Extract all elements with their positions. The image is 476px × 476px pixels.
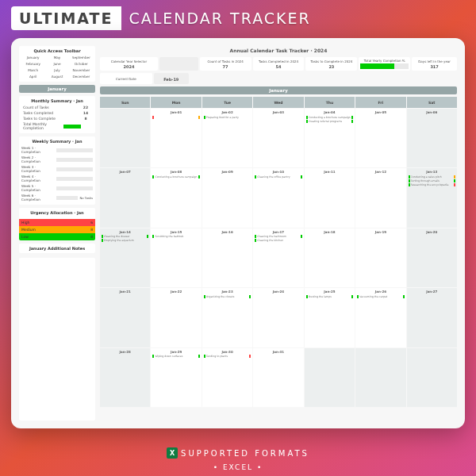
day-cell[interactable]: Jan-02Preparing food for a party: [202, 109, 252, 167]
qat-month[interactable]: July: [45, 67, 68, 73]
day-cell[interactable]: Jan-12: [355, 168, 405, 227]
day-cell[interactable]: Jan-16: [202, 228, 252, 287]
summary-row: Total Monthly Completion: [21, 121, 93, 131]
day-cell[interactable]: Jan-18: [305, 228, 355, 287]
day-cell[interactable]: [100, 109, 150, 167]
day-cell[interactable]: Jan-01: [151, 109, 201, 167]
task-item[interactable]: Conducting a sales pitch: [409, 175, 455, 178]
qat-grid: JanuaryMaySeptemberFebruaryJuneOctoberMa…: [21, 55, 93, 79]
qat-month[interactable]: April: [21, 74, 44, 79]
task-item[interactable]: [152, 116, 199, 119]
page-title: ULTIMATE CALENDAR TRACKER: [11, 6, 465, 30]
footer: SUPPORTED FORMATS • EXCEL •: [0, 447, 476, 471]
day-cell[interactable]: Jan-17Cleaning the bathroomCleaning the …: [253, 228, 303, 287]
urgency-row: Medium8: [19, 226, 95, 233]
day-cell[interactable]: Jan-07: [100, 168, 150, 227]
day-cell[interactable]: Jan-09: [202, 168, 252, 227]
task-item[interactable]: Sorting through emails: [409, 179, 455, 182]
kpi-row-2: Current Date Feb-19: [100, 73, 457, 84]
week-row: Week 5 · Completion: [21, 183, 93, 193]
summary-row: Count of Tasks22: [21, 105, 93, 110]
day-cell[interactable]: Jan-24: [253, 288, 303, 347]
qat-month[interactable]: September: [70, 55, 93, 60]
weekly-summary-title: Weekly Summary · Jan: [21, 139, 93, 144]
kpi-remaining: Tasks to Complete in 202423: [305, 57, 357, 71]
summary-row: Tasks Completed14: [21, 110, 93, 116]
day-cell[interactable]: Jan-05: [355, 109, 405, 167]
day-cell[interactable]: Jan-22: [151, 288, 201, 347]
day-header: Sun: [100, 97, 150, 108]
day-cell[interactable]: Jan-26Vacuuming the carpet: [355, 288, 405, 347]
task-item[interactable]: Conducting a brochure campaign: [152, 175, 199, 178]
footer-sub: • EXCEL •: [0, 463, 476, 471]
qat-month[interactable]: August: [45, 74, 68, 79]
day-cell[interactable]: Jan-25Dusting the lamps: [305, 288, 355, 347]
current-date-label: Current Date: [100, 73, 152, 84]
day-cell[interactable]: Jan-06: [407, 109, 457, 167]
day-cell[interactable]: Jan-03: [253, 109, 303, 167]
title-word-2: CALENDAR TRACKER: [121, 6, 319, 30]
title-word-1: ULTIMATE: [11, 6, 121, 30]
day-cell[interactable]: Jan-29Wiping down surfaces: [151, 348, 201, 407]
qat-month[interactable]: February: [21, 61, 44, 67]
task-item[interactable]: Dusting the lamps: [306, 295, 353, 298]
task-item[interactable]: Vacuuming the carpet: [357, 295, 404, 298]
qat-title: Quick Access Toolbar: [21, 48, 93, 53]
quick-access-toolbar: Quick Access Toolbar JanuaryMaySeptember…: [19, 46, 95, 82]
day-cell[interactable]: Jan-15Scrubbing the bathtub: [151, 228, 201, 287]
notes-area[interactable]: [19, 258, 95, 420]
year-value: [159, 57, 198, 71]
task-item[interactable]: Wiping down surfaces: [152, 355, 199, 358]
footer-title: SUPPORTED FORMATS: [181, 449, 309, 458]
task-item[interactable]: Cleaning the bathroom: [255, 235, 301, 238]
qat-month[interactable]: January: [21, 55, 44, 60]
day-cell[interactable]: Jan-13Conducting a sales pitchSorting th…: [407, 168, 457, 227]
main-area: Annual Calendar Task Tracker · 2024 Cale…: [100, 46, 457, 420]
current-date-value: Feb-19: [154, 73, 189, 84]
day-cell[interactable]: [407, 348, 457, 407]
day-header: Thu: [305, 97, 355, 108]
calendar-grid: SunMonTueWedThuFriSatJan-01Jan-02Prepari…: [100, 97, 457, 420]
day-cell[interactable]: Jan-31: [253, 348, 303, 407]
day-cell[interactable]: Jan-20: [407, 228, 457, 287]
day-cell[interactable]: [355, 348, 405, 407]
day-cell[interactable]: Jan-21: [100, 288, 150, 347]
task-item[interactable]: Scrubbing the bathtub: [152, 235, 199, 238]
qat-month[interactable]: May: [45, 55, 68, 60]
task-item[interactable]: Organizing the closets: [204, 295, 251, 298]
day-cell[interactable]: Jan-23Organizing the closets: [202, 288, 252, 347]
qat-month[interactable]: March: [21, 67, 44, 73]
week-row: Week 4 · Completion: [21, 174, 93, 183]
task-item[interactable]: Emptying the aquarium: [102, 239, 148, 242]
task-item[interactable]: Creating referral programs: [306, 120, 353, 123]
urgency-allocation: Urgency Allocation · Jan High6Medium8Low…: [19, 208, 95, 240]
day-header: Fri: [355, 97, 405, 108]
qat-month[interactable]: October: [70, 61, 93, 67]
day-cell[interactable]: Jan-27: [407, 288, 457, 347]
task-item[interactable]: Researching the encyclopedia: [409, 183, 455, 186]
day-cell[interactable]: Jan-28: [100, 348, 150, 407]
day-cell[interactable]: Jan-11: [305, 168, 355, 227]
day-header: Sat: [407, 97, 457, 108]
day-cell[interactable]: Jan-30Tending to plants: [202, 348, 252, 407]
qat-month[interactable]: December: [70, 74, 93, 79]
day-cell[interactable]: Jan-14Cleaning the drawerEmptying the aq…: [100, 228, 150, 287]
day-cell[interactable]: Jan-10Cleaning the office pantry: [253, 168, 303, 227]
task-item[interactable]: Cleaning the drawer: [102, 235, 148, 238]
task-item[interactable]: Cleaning the office pantry: [255, 175, 301, 178]
day-cell[interactable]: Jan-04Conducting a brochure campaignCrea…: [305, 109, 355, 167]
year-selector[interactable]: Calendar Year Selector2024: [100, 57, 158, 71]
qat-month[interactable]: November: [70, 67, 93, 73]
task-item[interactable]: Tending to plants: [204, 355, 251, 358]
day-cell[interactable]: Jan-19: [355, 228, 405, 287]
task-item[interactable]: Cleaning the kitchen: [255, 239, 301, 242]
qat-month[interactable]: June: [45, 61, 68, 67]
day-cell[interactable]: [305, 348, 355, 407]
notes-title: January Additional Notes: [19, 244, 95, 253]
day-cell[interactable]: Jan-08Conducting a brochure campaign: [151, 168, 201, 227]
spreadsheet-card: Quick Access Toolbar JanuaryMaySeptember…: [11, 38, 465, 428]
task-item[interactable]: Conducting a brochure campaign: [306, 116, 353, 119]
excel-icon: [167, 447, 178, 459]
task-item[interactable]: Preparing food for a party: [204, 116, 251, 119]
week-row: Week 2 · Completion: [21, 155, 93, 164]
